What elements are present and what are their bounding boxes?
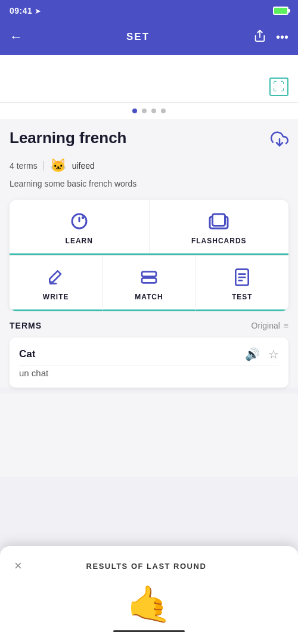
- flashcards-icon: [208, 210, 229, 232]
- results-panel: × RESULTS OF LAST ROUND 🤙: [0, 546, 298, 644]
- results-header: × RESULTS OF LAST ROUND: [14, 558, 284, 574]
- svg-rect-9: [142, 278, 156, 283]
- dots-indicator: [0, 103, 298, 119]
- write-label: WRITE: [43, 293, 69, 301]
- star-icon[interactable]: ☆: [268, 347, 279, 361]
- more-icon[interactable]: •••: [276, 30, 288, 44]
- set-description: Learning some basic french words: [10, 178, 288, 190]
- terms-section: TERMS Original ≡ Cat 🔊 ☆ un chat: [0, 311, 298, 388]
- match-label: MATCH: [135, 293, 163, 301]
- dot-3[interactable]: [151, 109, 156, 113]
- card-preview: ⛶: [0, 55, 298, 103]
- modes-bottom-row: WRITE MATCH: [10, 255, 288, 311]
- term-actions: 🔊 ☆: [245, 347, 279, 361]
- terms-label: TERMS: [10, 321, 42, 330]
- avatar: 🐱: [50, 158, 66, 174]
- study-modes: LEARN FLASHCARDS: [10, 200, 288, 311]
- write-mode[interactable]: WRITE: [10, 256, 103, 311]
- svg-point-7: [49, 283, 51, 284]
- term-translation: un chat: [19, 365, 279, 378]
- expand-icon[interactable]: ⛶: [269, 78, 288, 96]
- results-line: [113, 630, 185, 632]
- result-emoji: 🤙: [127, 583, 172, 626]
- flashcards-mode[interactable]: FLASHCARDS: [150, 200, 289, 253]
- test-icon: [232, 267, 252, 288]
- terms-count: 4 terms: [10, 161, 38, 171]
- dot-4[interactable]: [161, 109, 166, 113]
- filter-label: Original: [252, 321, 280, 330]
- header-title: SET: [126, 31, 150, 43]
- audio-icon[interactable]: 🔊: [245, 347, 260, 361]
- divider: [44, 161, 44, 171]
- dot-1[interactable]: [132, 109, 137, 113]
- learn-mode[interactable]: LEARN: [10, 200, 150, 253]
- meta-row: 4 terms 🐱 uifeed: [10, 158, 288, 174]
- svg-point-3: [82, 216, 85, 219]
- learn-label: LEARN: [66, 237, 93, 245]
- results-title: RESULTS OF LAST ROUND: [22, 562, 271, 571]
- learn-icon: [69, 210, 90, 232]
- location-icon: ➤: [35, 7, 41, 16]
- share-icon[interactable]: [253, 29, 266, 45]
- header: ← SET •••: [0, 21, 298, 55]
- term-card: Cat 🔊 ☆ un chat: [10, 338, 288, 388]
- header-icons: •••: [253, 29, 288, 45]
- status-right: [273, 7, 288, 15]
- cloud-download-icon[interactable]: [271, 130, 288, 152]
- username: uifeed: [72, 161, 95, 171]
- terms-header: TERMS Original ≡: [10, 321, 288, 330]
- modes-top-row: LEARN FLASHCARDS: [10, 200, 288, 255]
- main-content: Learning french 4 terms 🐱 uifeed Learnin…: [0, 119, 298, 311]
- term-word: Cat: [19, 348, 35, 360]
- term-top-row: Cat 🔊 ☆: [19, 347, 279, 361]
- test-label: TEST: [232, 293, 253, 301]
- set-title: Learning french: [10, 129, 126, 147]
- svg-rect-8: [142, 271, 156, 276]
- back-button[interactable]: ←: [10, 29, 23, 45]
- write-icon: [46, 267, 66, 288]
- status-time: 09:41: [10, 6, 32, 16]
- dot-2[interactable]: [142, 109, 147, 113]
- match-mode[interactable]: MATCH: [103, 256, 195, 311]
- filter-icon: ≡: [284, 321, 288, 330]
- test-mode[interactable]: TEST: [196, 256, 288, 311]
- filter-row[interactable]: Original ≡: [252, 321, 288, 330]
- spacer: [0, 394, 298, 477]
- match-icon: [139, 267, 159, 288]
- status-bar: 09:41 ➤: [0, 0, 298, 21]
- svg-rect-5: [213, 214, 225, 226]
- close-button[interactable]: ×: [14, 558, 22, 574]
- flashcards-label: FLASHCARDS: [191, 237, 247, 245]
- set-title-row: Learning french: [10, 129, 288, 152]
- battery-icon: [273, 7, 288, 15]
